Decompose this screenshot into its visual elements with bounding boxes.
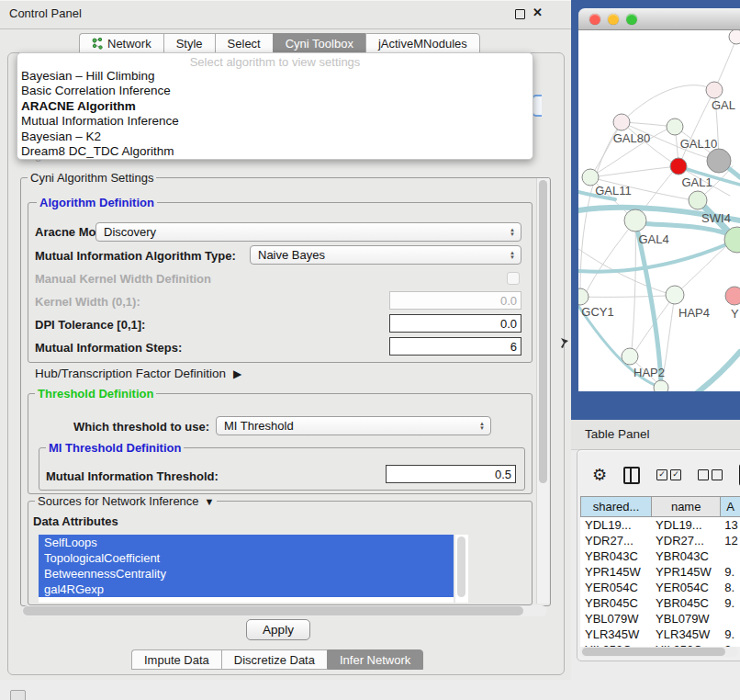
algorithm-option-dream8-dc-tdc-algorithm[interactable]: Dream8 DC_TDC Algorithm — [17, 144, 533, 159]
table-cell[interactable]: YDL19... — [651, 517, 720, 533]
attribute-item-selfloops[interactable]: SelfLoops — [39, 535, 454, 550]
table-cell[interactable]: YDR27... — [651, 533, 720, 548]
table-cell[interactable]: YLR345W — [580, 627, 651, 642]
table-row[interactable]: YDL19...YDL19...13 — [580, 517, 740, 533]
algorithm-option-bayesian-k2[interactable]: Bayesian – K2 — [17, 130, 533, 144]
select-all-checks-icon[interactable]: ✓ ✓ — [656, 469, 681, 480]
table-cell[interactable]: YLR345W — [651, 627, 720, 642]
network-node[interactable] — [654, 380, 668, 391]
tab-impute-data[interactable]: Impute Data — [131, 649, 221, 670]
network-node-gal[interactable] — [706, 82, 723, 98]
network-edge[interactable] — [632, 220, 635, 350]
settings-horizontal-scrollbar-thumb[interactable] — [23, 606, 523, 615]
table-cell[interactable]: YBL079W — [580, 611, 651, 627]
attributes-scrollbar-thumb[interactable] — [457, 536, 465, 597]
settings-vertical-scrollbar[interactable] — [536, 178, 549, 604]
tab-cyni-toolbox[interactable]: Cyni Toolbox — [273, 33, 365, 53]
sources-collapser[interactable]: Sources for Network Inference ▼ — [35, 494, 217, 508]
table-cell[interactable]: YBR043C — [580, 548, 651, 564]
close-light[interactable] — [589, 14, 600, 25]
aracne-mode-combo[interactable]: Discovery ▲▼ — [95, 222, 521, 242]
network-node-swi4[interactable] — [689, 191, 707, 209]
tab-network[interactable]: Network — [79, 33, 163, 53]
table-cell[interactable]: 13 — [720, 517, 740, 533]
hub-definition-expander[interactable]: Hub/Transcription Factor Definition ▶ — [35, 367, 241, 380]
tab-style[interactable]: Style — [163, 33, 215, 53]
table-row[interactable]: YER054CYER054C8. — [580, 580, 740, 595]
float-panel-icon[interactable] — [515, 9, 525, 19]
table-horizontal-scrollbar-thumb[interactable] — [582, 648, 725, 656]
algorithm-option-aracne-algorithm[interactable]: ARACNE Algorithm — [17, 99, 533, 114]
table-cell[interactable]: YBR045C — [580, 595, 651, 611]
table-horizontal-scrollbar[interactable] — [580, 647, 738, 657]
network-node-hap2[interactable] — [622, 348, 638, 365]
tab-select[interactable]: Select — [215, 33, 273, 53]
network-canvas[interactable]: GALGAL80GAL10GAL1GAL11SWI4GAL4GCY1HAP4YH… — [578, 30, 740, 391]
table-cell[interactable]: YPR145W — [651, 564, 720, 580]
table-cell[interactable] — [720, 548, 740, 564]
table-cell[interactable]: YDR27... — [580, 533, 651, 548]
table-cell[interactable] — [720, 611, 740, 627]
network-node[interactable] — [729, 30, 740, 44]
table-cell[interactable]: YBR045C — [651, 595, 720, 611]
column-header-name[interactable]: name — [651, 496, 720, 517]
tab-infer-network[interactable]: Infer Network — [327, 649, 423, 670]
table-row[interactable]: YBL079WYBL079W — [580, 611, 740, 627]
network-node-y[interactable] — [725, 287, 740, 305]
close-icon[interactable]: ✕ — [533, 6, 543, 19]
network-node-gal4[interactable] — [624, 209, 646, 231]
apply-button[interactable]: Apply — [246, 619, 310, 640]
table-cell[interactable]: 9. — [720, 627, 740, 642]
table-cell[interactable]: 9. — [720, 595, 740, 611]
table-cell[interactable]: YBL079W — [651, 611, 720, 627]
data-attributes-list[interactable]: SelfLoopsTopologicalCoefficientBetweenne… — [39, 535, 454, 603]
tab-jactivemnodules[interactable]: jActiveMNodules — [365, 33, 480, 53]
table-cell[interactable]: YER054C — [651, 580, 720, 595]
network-window-titlebar[interactable] — [578, 8, 740, 30]
zoom-light[interactable] — [626, 14, 637, 25]
attribute-item-betweennesscentrality[interactable]: BetweennessCentrality — [39, 566, 454, 581]
table-cell[interactable]: 8. — [720, 580, 740, 595]
dpi-tolerance-field[interactable] — [389, 314, 521, 333]
table-row[interactable]: YLR345WYLR345W9. — [580, 627, 740, 642]
mi-threshold-field[interactable] — [386, 465, 516, 483]
table-row[interactable]: YPR145WYPR145W9. — [580, 564, 740, 580]
network-node-gal1[interactable] — [670, 158, 687, 175]
minimize-light[interactable] — [608, 14, 619, 25]
network-edge[interactable] — [586, 220, 635, 293]
algorithm-option-mutual-information-inference[interactable]: Mutual Information Inference — [17, 114, 533, 129]
table-cell[interactable]: YPR145W — [580, 564, 651, 580]
attributes-scrollbar[interactable] — [455, 535, 468, 603]
unselect-all-checks-icon[interactable] — [698, 469, 723, 480]
table-row[interactable]: YDR27...YDR27...12 — [580, 533, 740, 548]
table-cell[interactable]: YBR043C — [651, 548, 720, 564]
settings-horizontal-scrollbar[interactable] — [22, 605, 547, 616]
table-cell[interactable]: 9. — [720, 564, 740, 580]
attribute-item-gal4rgexp[interactable]: gal4RGexp — [39, 581, 454, 597]
network-node[interactable] — [707, 149, 731, 173]
table-cell[interactable]: 12 — [720, 533, 740, 548]
network-node-gal10[interactable] — [667, 119, 683, 135]
network-node-gal80[interactable] — [613, 114, 630, 130]
mi-steps-field[interactable] — [389, 337, 521, 356]
settings-vertical-scrollbar-thumb[interactable] — [539, 180, 547, 483]
table-row[interactable]: YBR043CYBR043C — [580, 548, 740, 564]
which-threshold-combo[interactable]: MI Threshold ▲▼ — [216, 416, 491, 435]
gear-icon[interactable]: ⚙ — [592, 465, 607, 485]
network-edge[interactable] — [675, 244, 728, 295]
network-edge[interactable] — [622, 85, 714, 122]
mi-type-combo[interactable]: Naive Bayes ▲▼ — [250, 245, 521, 265]
columns-icon[interactable] — [623, 467, 640, 484]
algorithm-option-basic-correlation-inference[interactable]: Basic Correlation Inference — [17, 84, 533, 98]
tab-discretize-data[interactable]: Discretize Data — [221, 649, 327, 670]
column-header-shared[interactable]: shared... — [580, 496, 651, 517]
table-cell[interactable]: YDL19... — [580, 517, 651, 533]
network-edge[interactable] — [590, 167, 670, 177]
dpi-tolerance-label: DPI Tolerance [0,1]: — [35, 318, 145, 332]
attribute-item-topologicalcoefficient[interactable]: TopologicalCoefficient — [39, 550, 454, 566]
network-node-hap4[interactable] — [666, 286, 684, 304]
table-row[interactable]: YBR045CYBR045C9. — [580, 595, 740, 611]
algorithm-option-bayesian-hill-climbing[interactable]: Bayesian – Hill Climbing — [17, 69, 533, 84]
table-cell[interactable]: YER054C — [580, 580, 651, 595]
column-header-a[interactable]: A — [720, 496, 740, 517]
